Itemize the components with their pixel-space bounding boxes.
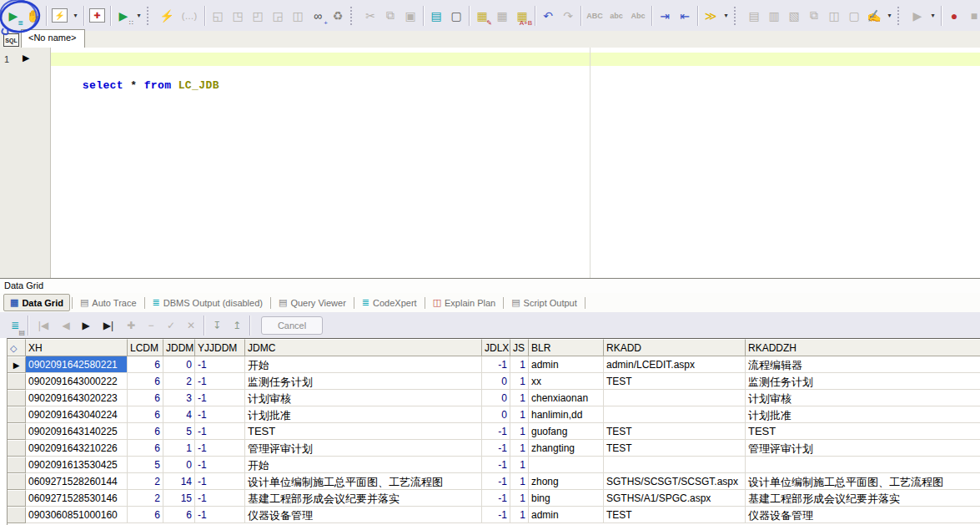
new-window-button[interactable]: ⚡ <box>52 8 68 23</box>
row-selector-cell[interactable] <box>8 457 26 473</box>
cell-jdlx[interactable]: 0 <box>482 373 510 390</box>
cell-jddm[interactable]: 1 <box>163 440 195 457</box>
delete-record-button[interactable]: − <box>141 316 161 336</box>
tab-auto-trace[interactable]: ▤ Auto Trace <box>74 295 143 310</box>
syntax-highlight-dropdown[interactable]: ▾ <box>721 6 731 26</box>
execute-plan-button[interactable]: ▶ ∷ <box>113 6 133 26</box>
row-selector-cell[interactable] <box>8 373 26 390</box>
toggle-breakpoint-button[interactable]: ◫ <box>288 6 308 26</box>
cell-js[interactable]: 1 <box>510 406 529 423</box>
debug-parameters-button[interactable]: (…) <box>177 6 202 26</box>
cell-jdlx[interactable]: 0 <box>482 390 510 406</box>
cell-jddm[interactable]: 6 <box>163 507 195 523</box>
cell-yjjddm[interactable]: -1 <box>195 507 245 523</box>
post-record-button[interactable]: ✓ <box>161 316 181 336</box>
append-save-button[interactable]: ▧ <box>784 6 804 26</box>
cell-xh[interactable]: 0902091643140225 <box>26 423 128 440</box>
debug-execute-button[interactable]: ⚡ <box>157 6 177 26</box>
sql-editor[interactable]: 1 ▶ select * from LC_JDB <box>0 48 980 278</box>
column-header-jddm[interactable]: JDDM <box>163 339 195 356</box>
cell-rkadd[interactable]: SGTHS/SCSGT/SCSGT.aspx <box>604 473 746 490</box>
replace-button[interactable]: ▦ A+B <box>512 6 532 26</box>
macro-play-dropdown[interactable]: ▾ <box>927 6 938 26</box>
tab-explain-plan[interactable]: ◫ Explain Plan <box>427 295 502 310</box>
cell-rkadd[interactable]: admin/LCEDIT.aspx <box>604 356 746 373</box>
cancel-button[interactable]: Cancel <box>261 316 323 335</box>
cell-yjjddm[interactable]: -1 <box>195 406 245 423</box>
row-selector-cell[interactable] <box>8 473 26 490</box>
cell-rkaddzh[interactable]: 监测任务计划 <box>746 373 980 390</box>
step-over-button[interactable]: ◳ <box>228 6 248 26</box>
cell-yjjddm[interactable]: -1 <box>195 356 245 373</box>
cell-blr[interactable]: guofang <box>529 423 604 440</box>
cell-xh[interactable]: 0609271528260144 <box>26 473 128 490</box>
cell-rkaddzh[interactable]: 仪器设备管理 <box>746 507 980 523</box>
cell-blr[interactable]: hanlimin,dd <box>529 406 604 423</box>
cell-lcdm[interactable]: 2 <box>128 490 163 507</box>
fetch-all-button[interactable]: ↥ <box>227 316 247 336</box>
row-selector-cell[interactable]: ▶ <box>8 356 26 373</box>
cell-jdlx[interactable]: -1 <box>482 490 510 507</box>
tab-script-output[interactable]: ▤ Script Output <box>505 295 583 310</box>
sql-statement[interactable]: select * from LC_JDB <box>55 54 219 92</box>
column-header-jdmc[interactable]: JDMC <box>245 339 482 356</box>
row-selector-cell[interactable] <box>8 406 26 423</box>
cell-xh[interactable]: 0609271528530146 <box>26 490 128 507</box>
tab-dbms-output[interactable]: ≣ DBMS Output (disabled) <box>147 295 269 310</box>
cell-rkaddzh[interactable]: 计划审核 <box>746 390 980 406</box>
stamp-button[interactable]: ✍ <box>864 6 884 26</box>
cell-rkaddzh[interactable]: 基建工程部形成会议纪要并落实 <box>746 490 980 507</box>
cell-lcdm[interactable]: 6 <box>128 356 163 373</box>
cell-js[interactable]: 1 <box>510 440 529 457</box>
cell-lcdm[interactable]: 6 <box>128 373 163 390</box>
cell-rkadd[interactable]: TEST <box>604 440 746 457</box>
cell-xh[interactable]: 0902091643020223 <box>26 390 128 406</box>
cell-jdlx[interactable]: -1 <box>482 507 510 523</box>
cell-blr[interactable]: chenxiaonan <box>529 390 604 406</box>
uppercase-button[interactable]: ABC <box>584 6 606 26</box>
cell-xh[interactable]: 0902091642580221 <box>26 356 128 373</box>
column-header-lcdm[interactable]: LCDM <box>128 339 163 356</box>
insert-record-button[interactable]: ✚ <box>121 316 141 336</box>
cell-js[interactable]: 1 <box>510 356 529 373</box>
cell-xh[interactable]: 0902091613530425 <box>26 457 128 473</box>
cell-jdlx[interactable]: 0 <box>482 406 510 423</box>
cell-jdmc[interactable]: 仪器设备管理 <box>245 507 482 523</box>
macro-play-button[interactable]: ▶ <box>907 6 927 26</box>
cell-js[interactable]: 1 <box>510 390 529 406</box>
cell-rkaddzh[interactable]: 流程编辑器 <box>746 356 980 373</box>
cell-blr[interactable]: xx <box>529 373 604 390</box>
cell-blr[interactable]: zhangting <box>529 440 604 457</box>
cell-blr[interactable]: admin <box>529 356 604 373</box>
cell-rkaddzh[interactable]: TEST <box>746 423 980 440</box>
capitalize-button[interactable]: Abc <box>627 6 649 26</box>
execute-plan-dropdown[interactable]: ▾ <box>133 6 144 26</box>
cell-lcdm[interactable]: 6 <box>128 507 163 523</box>
syntax-highlight-button[interactable]: ≫ <box>701 6 721 26</box>
column-header-blr[interactable]: BLR <box>529 339 604 356</box>
redo-button[interactable]: ↷ <box>558 6 578 26</box>
cell-jddm[interactable]: 5 <box>163 423 195 440</box>
cell-jdmc[interactable]: TEST <box>245 423 482 440</box>
macro-record-button[interactable]: ● <box>944 6 964 26</box>
cell-rkaddzh[interactable] <box>746 457 980 473</box>
cut-button[interactable]: ✂ <box>360 6 380 26</box>
undo-button[interactable]: ↶ <box>538 6 558 26</box>
run-to-cursor-button[interactable]: ◲ <box>268 6 288 26</box>
row-selector-cell[interactable] <box>8 440 26 457</box>
cell-js[interactable]: 1 <box>510 490 529 507</box>
column-header-rkaddzh[interactable]: RKADDZH <box>746 339 980 356</box>
copy-document-button[interactable]: ⧉ <box>804 6 824 26</box>
cell-jdmc[interactable]: 监测任务计划 <box>245 373 482 390</box>
cell-jdlx[interactable]: -1 <box>482 423 510 440</box>
column-header-jdlx[interactable]: JDLX <box>482 339 510 356</box>
cell-lcdm[interactable]: 6 <box>128 406 163 423</box>
cell-jddm[interactable]: 14 <box>163 473 195 490</box>
cell-lcdm[interactable]: 2 <box>128 473 163 490</box>
test-window-button[interactable]: ✚ <box>89 8 105 23</box>
cell-lcdm[interactable]: 6 <box>128 423 163 440</box>
column-header-yjjddm[interactable]: YJJDDM <box>195 339 245 356</box>
indent-button[interactable]: ⇥ <box>655 6 675 26</box>
cell-xh[interactable]: 0903060851000160 <box>26 507 128 523</box>
cell-jdlx[interactable]: -1 <box>482 356 510 373</box>
